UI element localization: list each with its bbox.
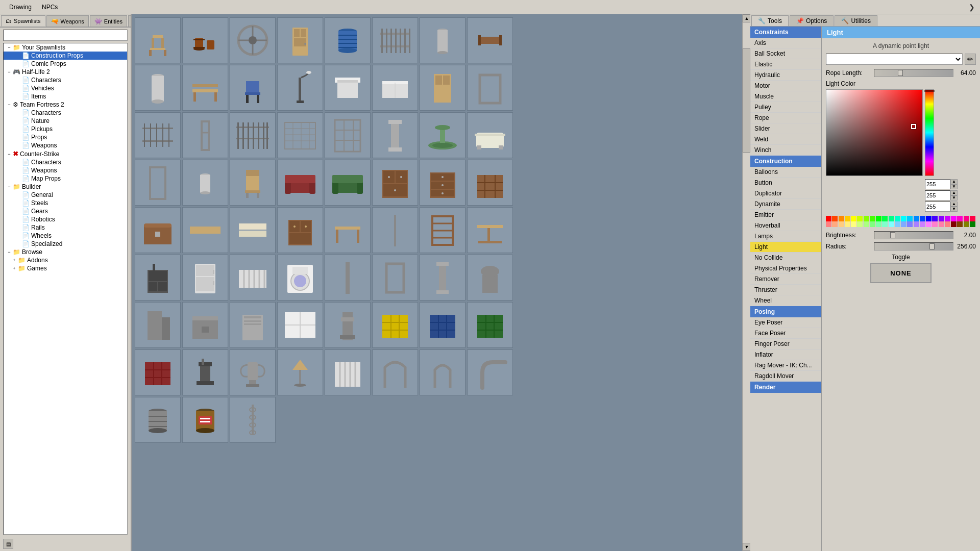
prop-bathtub[interactable] (467, 112, 513, 158)
color-swatch-25[interactable] (832, 221, 838, 227)
color-swatch-41[interactable] (932, 221, 938, 227)
constraint-elastic[interactable]: Elastic (750, 59, 821, 70)
tree-item-cs-map-props[interactable]: 📄 Map Props (4, 174, 127, 183)
expand-arrow[interactable]: ❯ (969, 3, 975, 11)
color-swatch-37[interactable] (907, 221, 913, 227)
color-g-down[interactable]: ▼ (950, 195, 958, 201)
light-dropdown[interactable] (826, 54, 963, 65)
color-swatch-46[interactable] (964, 221, 969, 227)
construction-balloons[interactable]: Balloons (750, 167, 821, 178)
tree-item-hl2-vehicles[interactable]: 📄 Vehicles (4, 84, 127, 92)
color-swatch-18[interactable] (939, 216, 944, 221)
eyedropper-button[interactable]: ✏ (965, 54, 976, 65)
prop-cabinet1[interactable] (372, 160, 418, 206)
tree-item-browse[interactable]: − 📁 Browse (4, 248, 127, 256)
tree-item-tf2-pickups[interactable]: 📄 Pickups (4, 125, 127, 133)
color-swatch-28[interactable] (851, 221, 856, 227)
construction-physical-properties[interactable]: Physical Properties (750, 263, 821, 274)
color-swatch-32[interactable] (876, 221, 881, 227)
prop-frame[interactable] (467, 65, 513, 111)
color-r-up[interactable]: ▲ (950, 179, 958, 184)
prop-crate-blue[interactable] (420, 302, 465, 348)
prop-sofa-red[interactable] (277, 160, 323, 206)
prop-fence-mesh[interactable] (277, 112, 323, 158)
color-b-up[interactable]: ▲ (950, 202, 958, 207)
color-swatch-11[interactable] (895, 216, 900, 221)
prop-sofa-green[interactable] (325, 160, 371, 206)
posing-eye-poser[interactable]: Eye Poser (750, 317, 821, 328)
color-swatch-38[interactable] (914, 221, 919, 227)
posing-finger-poser[interactable]: Finger Poser (750, 339, 821, 349)
color-swatch-5[interactable] (857, 216, 863, 221)
tree-item-comic-props[interactable]: 📄 Comic Props (4, 60, 127, 68)
color-swatch-20[interactable] (951, 216, 957, 221)
prop-bar[interactable] (467, 17, 513, 63)
color-swatch-21[interactable] (957, 216, 963, 221)
tab-utilities[interactable]: 🔨 Utilities (835, 15, 877, 26)
prop-tombstone[interactable] (467, 255, 513, 300)
color-swatch-23[interactable] (970, 216, 975, 221)
prop-door2[interactable] (420, 65, 465, 111)
prop-notebook[interactable] (230, 302, 276, 348)
scroll-up-btn[interactable]: ▲ (743, 14, 750, 22)
prop-white-panels[interactable] (277, 302, 323, 348)
color-swatch-4[interactable] (851, 216, 856, 221)
construction-emitter[interactable]: Emitter (750, 210, 821, 220)
prop-lamp-shade[interactable] (277, 349, 323, 395)
prop-chest2[interactable] (182, 302, 228, 348)
prop-tall-table[interactable] (467, 207, 513, 253)
posing-ragdoll-mover[interactable]: Ragdoll Mover (750, 371, 821, 382)
prop-radiator2[interactable] (325, 349, 371, 395)
tree-item-cs-weapons[interactable]: 📄 Weapons (4, 166, 127, 174)
radius-slider[interactable] (874, 242, 953, 251)
color-b-input[interactable] (925, 202, 950, 212)
prop-fence-tall[interactable] (325, 112, 371, 158)
construction-wheel[interactable]: Wheel (750, 295, 821, 306)
tree-item-games[interactable]: + 📁 Games (4, 264, 127, 272)
menu-drawing[interactable]: Drawing (4, 3, 37, 12)
prop-shelving[interactable] (420, 207, 465, 253)
prop-narrow-fence[interactable] (182, 112, 228, 158)
construction-lamps[interactable]: Lamps (750, 231, 821, 242)
prop-radiator[interactable] (230, 255, 276, 300)
prop-crate-green[interactable] (467, 302, 513, 348)
prop-barrel2[interactable] (135, 397, 181, 443)
color-swatch-42[interactable] (939, 221, 944, 227)
expander-your-spawnlists[interactable]: − (6, 44, 13, 51)
color-swatch-6[interactable] (864, 216, 869, 221)
color-swatch-47[interactable] (970, 221, 975, 227)
prop-crate[interactable] (467, 160, 513, 206)
rope-length-slider[interactable] (874, 69, 953, 77)
expander-hl2[interactable]: − (6, 68, 13, 76)
prop-fountain[interactable] (420, 112, 465, 158)
prop-door-frame[interactable] (372, 255, 418, 300)
tree-item-tf2-props[interactable]: 📄 Props (4, 133, 127, 141)
color-r-input[interactable] (925, 179, 950, 189)
tab-npcs[interactable]: 🤖 NPCs (128, 15, 131, 27)
prop-fence2[interactable] (135, 112, 181, 158)
tree-item-tf2-weapons[interactable]: 📄 Weapons (4, 141, 127, 149)
tree-bottom-button[interactable]: ▤ (3, 539, 13, 549)
prop-stove[interactable] (135, 255, 181, 300)
expander-tf2[interactable]: − (6, 101, 13, 108)
tree-item-builder-robotics[interactable]: 📄 Robotics (4, 215, 127, 223)
color-swatch-33[interactable] (882, 221, 888, 227)
tab-options[interactable]: 📌 Options (790, 15, 834, 26)
color-swatch-45[interactable] (957, 221, 963, 227)
expander-addons[interactable]: + (11, 257, 18, 264)
color-swatch-8[interactable] (876, 216, 881, 221)
expander-cs[interactable]: − (6, 151, 13, 158)
prop-crate-yellow[interactable] (372, 302, 418, 348)
construction-dynamite[interactable]: Dynamite (750, 199, 821, 210)
color-swatch-17[interactable] (932, 216, 938, 221)
prop-fence1[interactable] (372, 17, 418, 63)
prop-blue-barrel[interactable] (325, 17, 371, 63)
menu-npcs[interactable]: NPCs (37, 3, 63, 12)
color-swatch-34[interactable] (889, 221, 894, 227)
color-g-input[interactable] (925, 190, 950, 201)
prop-board2[interactable] (230, 207, 276, 253)
tree-item-cs[interactable]: − ✖ Counter-Strike (4, 149, 127, 158)
prop-door[interactable] (277, 17, 323, 63)
prop-wheel[interactable] (230, 17, 276, 63)
prop-dresser[interactable] (420, 160, 465, 206)
